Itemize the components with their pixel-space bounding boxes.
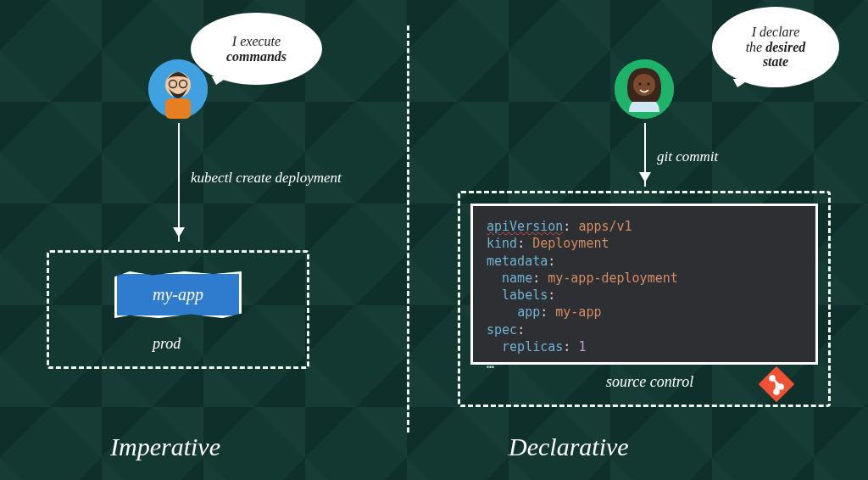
git-icon [759, 366, 794, 402]
arrow-kubectl [178, 123, 180, 242]
prod-caption: prod [153, 335, 181, 353]
speech-bubble-declarative: I declare the desired state [712, 7, 839, 87]
bubble-text: I declare [752, 25, 800, 40]
vertical-divider [407, 25, 409, 433]
svg-point-14 [774, 389, 778, 393]
svg-point-7 [638, 82, 641, 85]
app-tile: my-app [114, 271, 242, 318]
svg-point-13 [778, 384, 782, 388]
svg-point-12 [770, 376, 774, 380]
yaml-code-block: apiVersion: apps/v1 kind: Deployment met… [470, 204, 818, 365]
arrow-label-kubectl: kubectl create deployment [191, 170, 342, 187]
arrow-gitcommit [644, 123, 646, 187]
bubble-text: I execute [232, 34, 281, 49]
bubble-text-bold: state [763, 54, 788, 70]
svg-point-8 [647, 82, 649, 85]
bubble-text-row: the desired [746, 40, 806, 55]
app-name: my-app [153, 285, 203, 304]
title-imperative: Imperative [110, 433, 220, 461]
source-control-caption: source control [606, 373, 693, 391]
man-avatar-icon [148, 59, 208, 119]
arrow-label-gitcommit: git commit [657, 148, 718, 165]
bubble-text-bold: commands [226, 49, 287, 64]
svg-rect-1 [165, 98, 191, 119]
title-declarative: Declarative [509, 433, 629, 461]
woman-avatar-icon [615, 59, 674, 119]
speech-bubble-imperative: I execute commands [191, 13, 322, 85]
